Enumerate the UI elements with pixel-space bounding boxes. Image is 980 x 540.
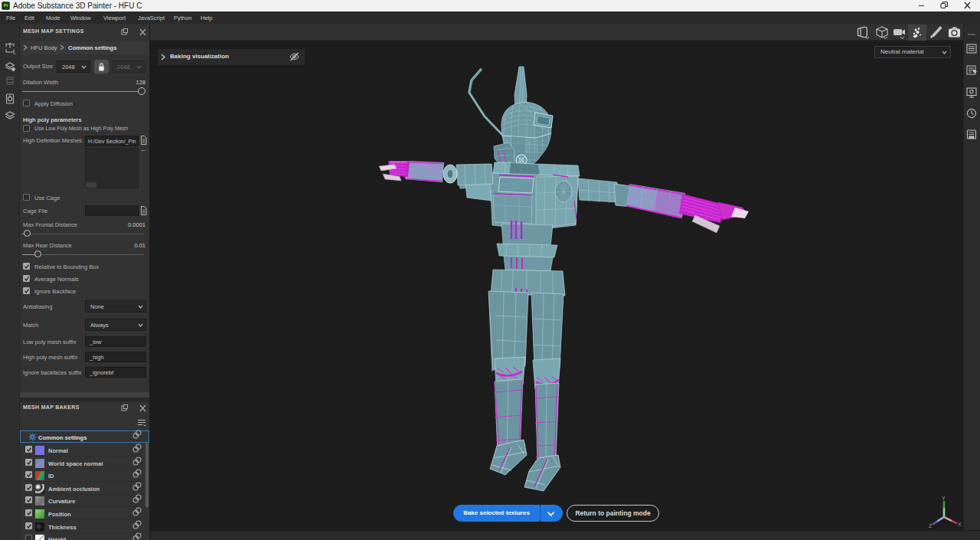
svg-text:Y: Y [942, 496, 946, 501]
svg-text:X: X [958, 522, 962, 527]
svg-text:Z: Z [929, 523, 933, 529]
